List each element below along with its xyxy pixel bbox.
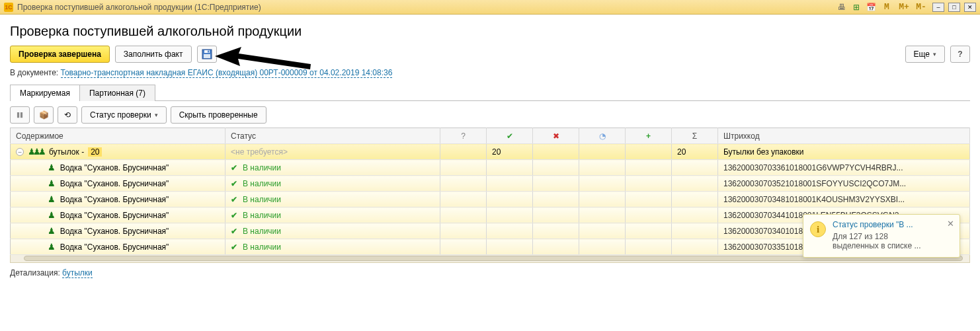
grid-header-row: Содержимое Статус ? ✔ ✖ ◔ + Σ Штрихкод (11, 128, 970, 144)
table-row[interactable]: ♟ Водка "Суханов. Брусничная"✔В наличии1… (11, 192, 970, 207)
check-icon: ✔ (231, 227, 237, 236)
check-status-button[interactable]: Статус проверки (81, 106, 167, 124)
col-clock[interactable]: ◔ (579, 128, 626, 144)
document-reference: В документе: Товарно-транспортная наклад… (10, 68, 970, 77)
item-status: В наличии (243, 179, 281, 188)
titlebar: 1C Проверка поступившей алкогольной прод… (0, 0, 980, 15)
group-row[interactable]: –♟♟♟бутылок -20<не требуется>2020Бутылки… (11, 144, 970, 160)
more-button[interactable]: Еще (905, 46, 945, 63)
tab-markable[interactable]: Маркируемая (10, 85, 80, 101)
bottle-icon: ♟ (48, 226, 56, 236)
col-sigma[interactable]: Σ (672, 128, 718, 144)
plus-icon: + (646, 131, 651, 141)
table-row[interactable]: ♟ Водка "Суханов. Брусничная"✔В наличии1… (11, 176, 970, 192)
grid-toolbar: ⦀⦀ 📦 ⟲ Статус проверки Скрыть проверенны… (10, 106, 970, 124)
clock-icon: ◔ (599, 131, 606, 141)
memory-mminus-icon[interactable]: M- (914, 1, 928, 13)
tabs: Маркируемая Партионная (7) (10, 84, 970, 101)
item-status: В наличии (243, 195, 281, 204)
check-done-button[interactable]: Проверка завершена (10, 46, 110, 63)
svg-rect-2 (204, 54, 210, 58)
check-icon: ✔ (231, 195, 237, 204)
item-barcode: 136200030703521018001SFOYYUSCI2QCO7JM... (718, 176, 970, 192)
app-logo-icon: 1C (4, 3, 13, 12)
toast-body-line1: Для 127 из 128 (833, 232, 953, 241)
doc-prefix: В документе: (10, 68, 61, 77)
document-link[interactable]: Товарно-транспортная накладная ЕГАИС (вх… (61, 68, 393, 78)
item-status: В наличии (243, 242, 281, 252)
col-cross[interactable]: ✖ (533, 128, 579, 144)
item-name: Водка "Суханов. Брусничная" (60, 242, 169, 252)
cross-icon: ✖ (553, 131, 559, 141)
group-barcode: Бутылки без упаковки (718, 144, 970, 160)
check-icon: ✔ (507, 131, 513, 141)
col-plus[interactable]: + (626, 128, 672, 144)
toast-body-line2: выделенных в списке ... (833, 241, 953, 250)
floppy-icon (202, 49, 212, 59)
detail-prefix: Детализация: (10, 268, 62, 277)
memory-mplus-icon[interactable]: M+ (897, 1, 911, 13)
save-button[interactable] (197, 46, 217, 63)
check-icon: ✔ (231, 179, 237, 188)
detail-link[interactable]: бутылки (62, 268, 93, 278)
check-icon: ✔ (231, 211, 237, 220)
notification-toast: i ✕ Статус проверки "В ... Для 127 из 12… (803, 214, 960, 258)
window-title: Проверка поступившей алкогольной продукц… (17, 3, 261, 12)
bottle-icon: ♟ (48, 163, 56, 172)
main-toolbar: Проверка завершена Заполнить факт Еще ? (10, 46, 970, 63)
col-contents[interactable]: Содержимое (11, 128, 225, 144)
item-barcode: 136200030703481018001K4OUSHM3V2YYSXBI... (718, 192, 970, 207)
item-name: Водка "Суханов. Брусничная" (60, 163, 169, 172)
table-row[interactable]: ♟ Водка "Суханов. Брусничная"✔В наличии1… (11, 160, 970, 176)
item-status: В наличии (243, 163, 281, 172)
maximize-button[interactable]: □ (948, 3, 960, 12)
group-sigma-count: 20 (672, 144, 718, 160)
item-status: В наличии (243, 227, 281, 236)
fill-fact-button[interactable]: Заполнить факт (115, 46, 192, 63)
col-barcode[interactable]: Штрихкод (718, 128, 970, 144)
question-icon: ? (461, 131, 466, 141)
bottle-icon: ♟ (48, 178, 56, 188)
calendar-icon[interactable]: 📅 (865, 1, 877, 13)
group-label: бутылок - (49, 147, 84, 157)
collapse-icon[interactable]: – (16, 148, 24, 156)
item-name: Водка "Суханов. Брусничная" (60, 195, 169, 204)
group-check-count: 20 (487, 144, 533, 160)
col-check[interactable]: ✔ (487, 128, 533, 144)
tab-batch[interactable]: Партионная (7) (79, 85, 155, 101)
refresh-button[interactable]: ⟲ (58, 106, 77, 124)
toast-title[interactable]: Статус проверки "В ... (833, 220, 953, 229)
col-status[interactable]: Статус (225, 128, 440, 144)
barcode-scan-button[interactable]: ⦀⦀ (10, 106, 30, 124)
bottles-icon: ♟♟♟ (28, 147, 44, 157)
detail-line: Детализация: бутылки (10, 268, 970, 277)
bottle-icon: ♟ (48, 242, 56, 252)
svg-marker-4 (215, 47, 311, 69)
minimize-button[interactable]: – (932, 3, 944, 12)
item-name: Водка "Суханов. Брусничная" (60, 179, 169, 188)
hide-checked-button[interactable]: Скрыть проверенные (171, 106, 266, 124)
check-icon: ✔ (231, 163, 237, 172)
box-icon: 📦 (39, 110, 49, 120)
close-button[interactable]: ✕ (964, 3, 976, 12)
page-title: Проверка поступившей алкогольной продукц… (10, 24, 970, 39)
item-name: Водка "Суханов. Брусничная" (60, 227, 169, 236)
memory-m-icon[interactable]: M (879, 1, 894, 13)
bottle-icon: ♟ (48, 210, 56, 220)
bottle-icon: ♟ (48, 194, 56, 204)
print-icon[interactable]: 🖶 (836, 1, 848, 13)
svg-rect-3 (208, 51, 209, 53)
item-barcode: 136200030703361018001G6VWP7YCVH4RBRJ... (718, 160, 970, 176)
calc-icon[interactable]: ⊞ (850, 1, 862, 13)
group-count: 20 (88, 147, 102, 157)
toast-close-button[interactable]: ✕ (947, 219, 954, 229)
item-name: Водка "Суханов. Брусничная" (60, 211, 169, 220)
help-button[interactable]: ? (950, 46, 970, 63)
group-status: <не требуется> (231, 147, 288, 157)
inventory-button[interactable]: 📦 (34, 106, 54, 124)
col-question[interactable]: ? (440, 128, 487, 144)
item-status: В наличии (243, 211, 281, 220)
info-icon: i (810, 221, 826, 237)
sigma-icon: Σ (692, 131, 697, 141)
barcode-icon: ⦀⦀ (17, 110, 23, 120)
